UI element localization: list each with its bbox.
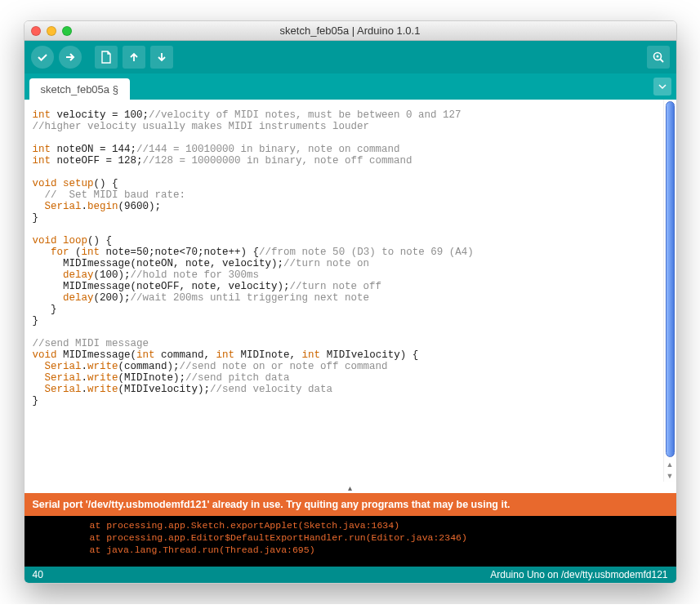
editor-area: int velocity = 100;//velocity of MIDI no… bbox=[25, 100, 676, 482]
arrow-up-icon bbox=[128, 51, 140, 63]
toolbar bbox=[25, 41, 676, 73]
arrow-down-icon bbox=[156, 51, 167, 63]
scroll-down-arrow[interactable]: ▼ bbox=[667, 470, 674, 482]
tab-bar: sketch_feb05a § bbox=[25, 73, 676, 100]
tab-menu-button[interactable] bbox=[653, 78, 671, 96]
sketch-tab-label: sketch_feb05a § bbox=[41, 83, 118, 96]
open-sketch-button[interactable] bbox=[123, 46, 145, 69]
footer-bar: 40 Arduino Uno on /dev/tty.usbmodemfd121 bbox=[25, 567, 676, 583]
scroll-up-arrow[interactable]: ▲ bbox=[667, 459, 674, 470]
check-icon bbox=[36, 51, 49, 64]
vertical-scrollbar[interactable]: ▲ ▼ bbox=[663, 100, 676, 482]
code-editor[interactable]: int velocity = 100;//velocity of MIDI no… bbox=[25, 100, 663, 482]
line-number-indicator: 40 bbox=[33, 569, 43, 580]
arduino-window: sketch_feb05a | Arduino 1.0.1 bbox=[24, 20, 677, 584]
minimize-window-button[interactable] bbox=[47, 26, 56, 36]
traffic-lights bbox=[31, 26, 72, 36]
verify-button[interactable] bbox=[31, 46, 54, 69]
error-message: Serial port '/dev/tty.usbmodemfd121' alr… bbox=[33, 499, 511, 510]
window-title: sketch_feb05a | Arduino 1.0.1 bbox=[25, 24, 676, 37]
console-output[interactable]: at processing.app.Sketch.exportApplet(Sk… bbox=[25, 516, 676, 567]
console-line: at java.lang.Thread.run(Thread.java:695) bbox=[90, 544, 668, 556]
svg-point-1 bbox=[656, 56, 658, 58]
board-port-indicator: Arduino Uno on /dev/tty.usbmodemfd121 bbox=[490, 569, 667, 580]
save-sketch-button[interactable] bbox=[150, 46, 173, 69]
status-error-bar: Serial port '/dev/tty.usbmodemfd121' alr… bbox=[25, 493, 676, 516]
console-line: at processing.app.Editor$DefaultExportHa… bbox=[90, 531, 668, 544]
chevron-down-icon bbox=[658, 82, 667, 91]
console-line: at processing.app.Sketch.exportApplet(Sk… bbox=[90, 519, 668, 531]
file-icon bbox=[100, 51, 112, 64]
new-sketch-button[interactable] bbox=[95, 46, 118, 69]
zoom-window-button[interactable] bbox=[62, 26, 72, 36]
arrow-right-icon bbox=[64, 51, 77, 64]
upload-button[interactable] bbox=[59, 46, 82, 69]
console-resize-handle[interactable]: ▴ bbox=[25, 482, 676, 493]
titlebar: sketch_feb05a | Arduino 1.0.1 bbox=[25, 21, 676, 41]
close-window-button[interactable] bbox=[31, 26, 41, 36]
serial-monitor-icon bbox=[652, 51, 665, 64]
scroll-thumb[interactable] bbox=[666, 101, 675, 457]
sketch-tab[interactable]: sketch_feb05a § bbox=[29, 78, 130, 100]
serial-monitor-button[interactable] bbox=[647, 46, 670, 69]
